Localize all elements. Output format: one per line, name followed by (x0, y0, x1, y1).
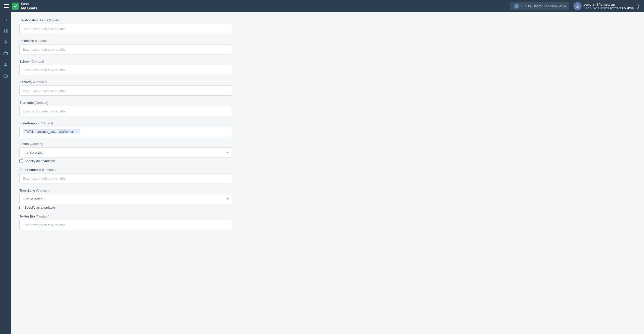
field-street-address: Street Address (Contact) (19, 168, 232, 183)
svg-point-0 (577, 5, 578, 6)
svg-rect-5 (4, 52, 8, 55)
user-info: demo_sml@gmail.com Plan | Start | left u… (573, 2, 634, 10)
field-state-region: State/Region (Contact) TikTok | province… (19, 121, 232, 137)
svg-rect-3 (4, 32, 5, 33)
user-details: demo_sml@gmail.com Plan | Start | left u… (584, 3, 634, 9)
main-content: Relationship Status (Contact) Salutation… (11, 12, 562, 334)
field-label-school: School (Contact) (19, 60, 232, 63)
select-wrapper-time-zone: - not selected - ▼ (19, 194, 232, 204)
leads-usage-text: LEADS usage: 21 of 13'850 (0%) (521, 4, 566, 8)
app-header: Save My Leads. i LEADS usage: 21 of 13'8… (0, 0, 644, 12)
field-start-date: Start date (Contact) (19, 101, 232, 116)
field-label-salutation: Salutation (Contact) (19, 39, 232, 43)
field-label-status: Status (Contact) (19, 142, 232, 146)
sidebar-item-home[interactable]: ⌂ (1, 15, 10, 24)
field-label-seniority: Seniority (Contact) (19, 80, 232, 84)
sidebar-item-integrations[interactable] (1, 26, 10, 36)
svg-rect-2 (6, 29, 7, 31)
field-label-state-region: State/Region (Contact) (19, 121, 232, 125)
svg-point-6 (5, 63, 6, 65)
info-icon: i (514, 4, 519, 9)
field-time-zone: Time Zone (Contact) - not selected - ▼ S… (19, 188, 232, 209)
field-salutation: Salutation (Contact) (19, 39, 232, 54)
logo: Save My Leads. (12, 2, 38, 10)
specify-variable-status-checkbox[interactable] (19, 159, 23, 163)
field-relationship-status: Relationship Status (Contact) (19, 18, 232, 34)
sidebar-item-billing[interactable]: $ (1, 38, 10, 47)
form-container: Relationship Status (Contact) Salutation… (11, 12, 240, 241)
field-status: Status (Contact) - not selected - ▼ Spec… (19, 142, 232, 163)
input-school[interactable] (19, 65, 232, 75)
svg-rect-1 (4, 29, 5, 31)
sidebar: ⌂ $ (0, 12, 11, 334)
svg-rect-4 (6, 32, 7, 33)
select-wrapper-status: - not selected - ▼ (19, 147, 232, 157)
input-seniority[interactable] (19, 85, 232, 96)
specify-variable-timezone-checkbox[interactable] (19, 206, 23, 209)
tag-close-button[interactable]: × (76, 130, 78, 134)
logo-icon (12, 3, 19, 10)
input-relationship-status[interactable] (19, 24, 232, 34)
specify-variable-timezone-label[interactable]: Specify as a variable (19, 206, 232, 209)
header-chevron-icon[interactable]: ❯ (637, 4, 640, 9)
field-label-twitter-bio: Twitter Bio (Contact) (19, 214, 232, 218)
right-panel (562, 12, 644, 334)
menu-button[interactable] (4, 4, 9, 8)
logo-text: Save My Leads. (21, 2, 38, 10)
svg-point-8 (6, 77, 6, 77)
input-twitter-bio[interactable] (19, 220, 232, 230)
field-label-start-date: Start date (Contact) (19, 101, 232, 105)
sidebar-item-profile[interactable] (1, 60, 10, 69)
tag-tiktok-province: TikTok | province_state: «California» × (23, 129, 80, 134)
select-status[interactable]: - not selected - (19, 147, 232, 157)
field-seniority: Seniority (Contact) (19, 80, 232, 96)
leads-usage-badge: i LEADS usage: 21 of 13'850 (0%) (510, 2, 569, 10)
tag-input-state-region[interactable]: TikTok | province_state: «California» × (19, 127, 232, 137)
field-label-time-zone: Time Zone (Contact) (19, 188, 232, 192)
input-street-address[interactable] (19, 173, 232, 183)
input-salutation[interactable] (19, 44, 232, 54)
sidebar-item-tools[interactable] (1, 49, 10, 58)
specify-variable-status-label[interactable]: Specify as a variable (19, 159, 232, 163)
field-twitter-bio: Twitter Bio (Contact) (19, 214, 232, 230)
user-avatar (573, 2, 582, 10)
select-time-zone[interactable]: - not selected - (19, 194, 232, 204)
field-label-relationship-status: Relationship Status (Contact) (19, 18, 232, 22)
input-start-date[interactable] (19, 106, 232, 116)
sidebar-item-help[interactable] (1, 71, 10, 80)
field-label-street-address: Street Address (Contact) (19, 168, 232, 172)
field-school: School (Contact) (19, 60, 232, 75)
